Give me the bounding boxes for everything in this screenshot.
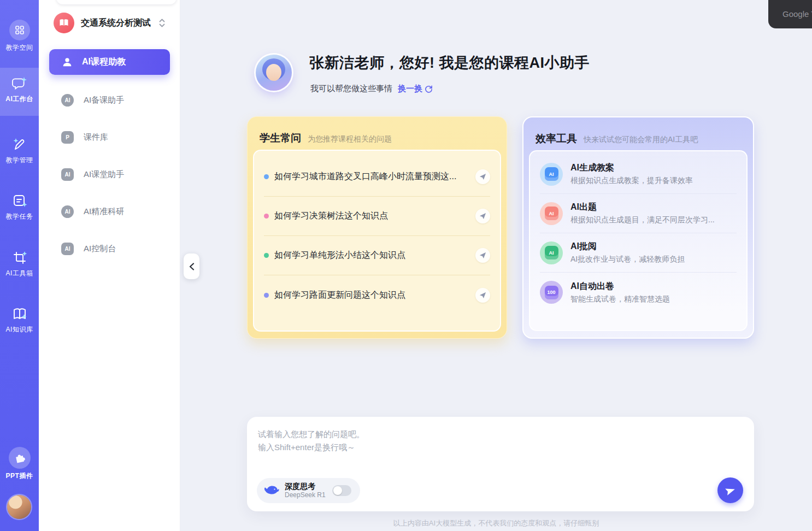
app-window: 教学空间 AI工作台 教学管理 教学任务 AI工具箱 <box>0 0 812 531</box>
paper-plane-icon <box>479 213 486 220</box>
toggle-knob <box>333 486 342 495</box>
rail-item-ai-workbench[interactable]: AI工作台 <box>0 75 39 104</box>
rail-item-label: 教学任务 <box>6 212 33 221</box>
sidebar-item-ai-console[interactable]: AI AI控制台 <box>49 235 170 262</box>
question-text: 如何学习决策树法这个知识点 <box>274 210 470 222</box>
google-translate-label: Google T <box>782 9 812 19</box>
ai-console-icon: AI <box>61 243 74 255</box>
sidebar-item-label: AI精准科研 <box>84 206 124 217</box>
deep-think-label: 深度思考 <box>285 482 326 492</box>
teaching-manage-icon <box>11 137 28 153</box>
sidebar-item-label: AI备课助手 <box>84 95 124 105</box>
course-book-icon <box>54 13 74 33</box>
faq-question-row[interactable]: 如何学习城市道路交叉口高峰小时流量预测这... <box>264 157 490 197</box>
tool-badge: AI <box>545 246 558 259</box>
sidebar-item-ai-lesson-prep[interactable]: AI AI备课助手 <box>49 87 170 113</box>
deep-think-model: DeepSeek R1 <box>285 491 326 499</box>
tools-card-title: 效率工具 <box>536 132 577 146</box>
tool-row-lesson-plan[interactable]: AI AI生成教案 根据知识点生成教案，提升备课效率 <box>540 155 737 194</box>
sidebar-item-courseware-library[interactable]: P 课件库 <box>49 124 170 150</box>
send-message-button[interactable] <box>717 477 743 503</box>
message-input[interactable]: 试着输入您想了解的问题吧。 输入Shift+enter是换行哦～ <box>258 428 710 461</box>
assistant-avatar <box>256 55 292 91</box>
chevron-left-icon <box>189 263 195 270</box>
send-question-button[interactable] <box>475 288 490 303</box>
tool-row-ai-grading[interactable]: AI AI批阅 AI批改作业与试卷，减轻教师负担 <box>540 233 737 273</box>
deepseek-whale-icon <box>264 485 279 497</box>
user-avatar[interactable] <box>7 495 31 519</box>
auto-exam-icon: 100 <box>540 281 563 304</box>
tool-row-question-gen[interactable]: AI AI出题 根据知识点生成题目，满足不同层次学习... <box>540 194 737 233</box>
sidebar-item-ai-classroom[interactable]: AI AI课堂助手 <box>49 161 170 187</box>
bullet-dot <box>264 293 269 298</box>
rail-item-teaching-space[interactable]: 教学空间 <box>0 20 39 52</box>
faq-question-row[interactable]: 如何学习决策树法这个知识点 <box>264 197 490 236</box>
tool-desc: AI批改作业与试卷，减轻教师负担 <box>570 255 685 264</box>
send-question-button[interactable] <box>475 169 490 184</box>
tool-desc: 根据知识点生成教案，提升备课效率 <box>570 176 693 186</box>
bullet-dot <box>264 174 269 179</box>
tools-list: AI AI生成教案 根据知识点生成教案，提升备课效率 AI AI出题 根据知识点… <box>529 150 748 331</box>
send-question-button[interactable] <box>475 248 490 263</box>
shuffle-label: 换一换 <box>398 84 422 94</box>
google-translate-toast[interactable]: Google T <box>768 0 812 28</box>
refresh-icon <box>425 85 433 93</box>
tool-name: AI自动出卷 <box>570 281 670 292</box>
ai-knowledge-icon <box>11 306 28 322</box>
bullet-dot <box>264 214 269 219</box>
tool-desc: 智能生成试卷，精准智慧选题 <box>570 294 670 304</box>
faq-question-row[interactable]: 如何学习路面更新问题这个知识点 <box>264 275 490 315</box>
tool-name: AI生成教案 <box>570 162 693 174</box>
tool-row-auto-exam[interactable]: 100 AI自动出卷 智能生成试卷，精准智慧选题 <box>540 273 737 312</box>
tool-badge: 100 <box>545 286 558 299</box>
sidebar-item-ai-research[interactable]: AI AI精准科研 <box>49 198 170 225</box>
question-text: 如何学习单纯形法小结这个知识点 <box>274 250 470 261</box>
faq-question-row[interactable]: 如何学习单纯形法小结这个知识点 <box>264 236 490 275</box>
rail-item-label: AI知识库 <box>6 325 33 334</box>
tool-name: AI出题 <box>570 202 715 213</box>
paper-plane-icon <box>479 173 486 180</box>
input-placeholder-line1: 试着输入您想了解的问题吧。 <box>258 428 710 441</box>
rail-item-ai-toolbox[interactable]: AI工具箱 <box>0 250 39 278</box>
rail-item-label: AI工具箱 <box>6 269 33 278</box>
teaching-task-icon <box>11 193 28 209</box>
question-text: 如何学习路面更新问题这个知识点 <box>274 290 470 301</box>
course-switcher[interactable]: 交通系统分析测试 <box>54 11 170 35</box>
person-icon <box>61 56 73 68</box>
sidebar-collapse-button[interactable] <box>184 253 199 279</box>
scrolled-card-edge <box>56 0 176 4</box>
paper-plane-icon <box>723 483 738 498</box>
input-placeholder-line2: 输入Shift+enter是换行哦～ <box>258 441 710 454</box>
sidebar-item-label: AI课堂助手 <box>84 169 124 180</box>
rail-item-ai-knowledge[interactable]: AI知识库 <box>0 306 39 334</box>
tools-card-subtitle: 快来试试您可能会常用的AI工具吧 <box>584 135 698 145</box>
sidebar-item-ai-course-assistant[interactable]: AI课程助教 <box>49 49 170 75</box>
deep-think-toggle[interactable] <box>332 485 351 496</box>
rail-item-label: AI工作台 <box>5 95 33 104</box>
rail-item-teaching-task[interactable]: 教学任务 <box>0 193 39 221</box>
lesson-plan-icon: AI <box>540 163 563 186</box>
greeting-title: 张新洁老师，您好! 我是您的课程AI小助手 <box>309 53 590 73</box>
ppt-plugin-icon <box>9 447 31 469</box>
primary-nav-rail: 教学空间 AI工作台 教学管理 教学任务 AI工具箱 <box>0 0 39 531</box>
efficiency-tools-card: 效率工具 快来试试您可能会常用的AI工具吧 AI AI生成教案 根据知识点生成教… <box>522 116 754 339</box>
question-text: 如何学习城市道路交叉口高峰小时流量预测这... <box>274 171 470 182</box>
rail-item-ppt-plugin[interactable]: PPT插件 <box>0 447 39 481</box>
question-gen-icon: AI <box>540 202 563 225</box>
tool-name: AI批阅 <box>570 241 685 252</box>
send-question-button[interactable] <box>475 209 490 223</box>
tool-badge: AI <box>545 206 558 220</box>
greeting-subtitle: 我可以帮您做这些事情 <box>310 84 392 94</box>
faq-card-subtitle: 为您推荐课程相关的问题 <box>308 134 392 144</box>
course-sidebar: 交通系统分析测试 AI课程助教 AI AI备课助手 P 课件库 AI AI课堂助… <box>39 0 180 531</box>
sidebar-item-label: AI控制台 <box>84 244 116 254</box>
paper-plane-icon <box>479 252 486 259</box>
shuffle-button[interactable]: 换一换 <box>398 84 433 94</box>
student-faq-card: 学生常问 为您推荐课程相关的问题 如何学习城市道路交叉口高峰小时流量预测这...… <box>247 116 507 339</box>
rail-item-teaching-manage[interactable]: 教学管理 <box>0 137 39 165</box>
teaching-space-icon <box>9 20 30 40</box>
sidebar-item-label: 课件库 <box>84 132 108 143</box>
ai-toolbox-icon <box>11 250 28 266</box>
ai-grading-icon: AI <box>540 241 563 264</box>
course-name: 交通系统分析测试 <box>81 17 151 29</box>
